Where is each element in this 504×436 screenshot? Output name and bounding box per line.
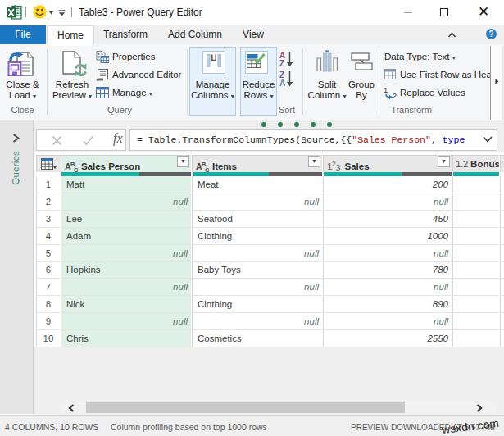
svg-text:1: 1 — [384, 86, 388, 94]
svg-text:Z: Z — [279, 59, 284, 67]
svg-text:2: 2 — [393, 92, 397, 99]
svg-text:Z: Z — [279, 70, 284, 79]
svg-text:A: A — [279, 51, 285, 60]
svg-text:A: A — [279, 79, 285, 87]
